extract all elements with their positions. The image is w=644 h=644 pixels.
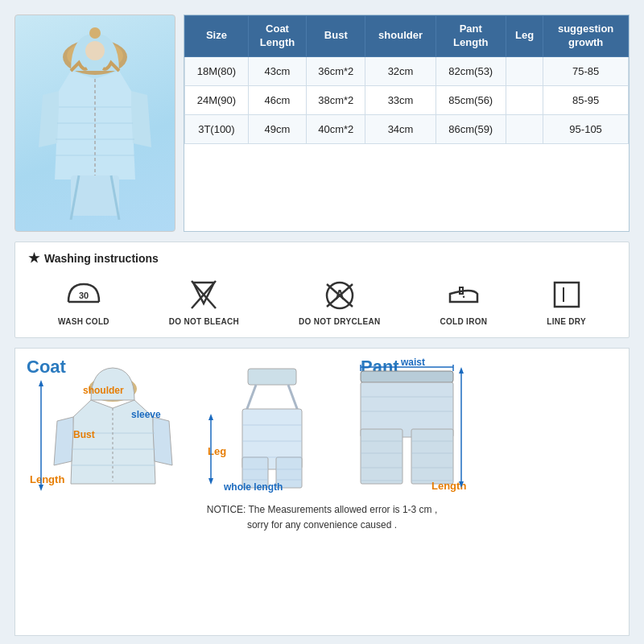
cell-pant-length: 85cm(56) bbox=[436, 85, 506, 114]
cell-growth: 95-105 bbox=[543, 114, 629, 143]
length-arrow-svg bbox=[33, 368, 49, 493]
shoulder-annotation: shoulder bbox=[83, 385, 124, 396]
no-dryclean-item: A DO NOT DRYCLEAN bbox=[299, 277, 380, 326]
whole-length-annotation: whole length bbox=[224, 481, 283, 493]
product-image bbox=[14, 14, 175, 232]
cell-leg bbox=[506, 85, 543, 114]
no-bleach-item: DO NOT BLEACH bbox=[169, 277, 239, 326]
cell-bust: 36cm*2 bbox=[307, 56, 365, 85]
leg-arrow-svg bbox=[205, 413, 217, 485]
cell-pant-length: 86cm(59) bbox=[436, 114, 506, 143]
bust-annotation: Bust bbox=[73, 429, 95, 440]
svg-marker-67 bbox=[459, 481, 464, 488]
svg-marker-31 bbox=[39, 485, 43, 491]
line-dry-item: LINE DRY bbox=[547, 277, 586, 326]
no-bleach-label: DO NOT BLEACH bbox=[169, 317, 239, 326]
cell-leg bbox=[506, 114, 543, 143]
washing-icons-row: 30 WASH COLD DO NOT BLEACH bbox=[28, 277, 616, 326]
svg-rect-50 bbox=[361, 429, 402, 484]
col-pant-length: PantLength bbox=[436, 16, 506, 57]
cell-size: 3T(100) bbox=[185, 114, 249, 143]
cell-bust: 40cm*2 bbox=[307, 114, 365, 143]
cell-shoulder: 33cm bbox=[365, 85, 436, 114]
svg-point-7 bbox=[89, 27, 101, 39]
cell-coat-length: 49cm bbox=[248, 114, 306, 143]
pant-length-arrow-svg bbox=[456, 366, 468, 489]
notice-text: NOTICE: The Measurements allowed error i… bbox=[27, 502, 617, 533]
cell-pant-length: 82cm(53) bbox=[436, 56, 506, 85]
table-row: 24M(90) 46cm 38cm*2 33cm 85cm(56) 85-95 bbox=[185, 85, 629, 114]
washing-section: ★ Washing instructions 30 WASH COLD bbox=[14, 242, 630, 338]
svg-marker-30 bbox=[39, 380, 43, 386]
col-coat-length: CoatLength bbox=[248, 16, 306, 57]
sleeve-annotation: sleeve bbox=[131, 409, 161, 420]
wash-cold-label: WASH COLD bbox=[58, 317, 109, 326]
svg-rect-48 bbox=[361, 371, 453, 382]
svg-text:•: • bbox=[462, 293, 464, 301]
svg-point-6 bbox=[85, 41, 105, 60]
table-row: 3T(100) 49cm 40cm*2 34cm 86cm(59) 95-105 bbox=[185, 114, 629, 143]
top-section: Size CoatLength Bust shoulder PantLength… bbox=[14, 14, 630, 232]
cell-shoulder: 34cm bbox=[365, 114, 436, 143]
no-dryclean-label: DO NOT DRYCLEAN bbox=[299, 317, 380, 326]
line-dry-label: LINE DRY bbox=[547, 317, 586, 326]
size-table-wrapper: Size CoatLength Bust shoulder PantLength… bbox=[184, 14, 630, 232]
main-page: Size CoatLength Bust shoulder PantLength… bbox=[0, 0, 644, 644]
svg-text:30: 30 bbox=[79, 291, 89, 300]
cell-size: 24M(90) bbox=[185, 85, 249, 114]
table-row: 18M(80) 43cm 36cm*2 32cm 82cm(53) 75-85 bbox=[185, 56, 629, 85]
col-size: Size bbox=[185, 16, 249, 57]
cell-coat-length: 43cm bbox=[248, 56, 306, 85]
svg-rect-22 bbox=[555, 283, 579, 307]
svg-marker-47 bbox=[208, 478, 213, 485]
wash-cold-item: 30 WASH COLD bbox=[58, 277, 109, 326]
col-bust: Bust bbox=[307, 16, 365, 57]
pant-center-svg bbox=[220, 365, 324, 489]
cell-coat-length: 46cm bbox=[248, 85, 306, 114]
line-dry-icon bbox=[547, 277, 586, 312]
cold-iron-icon: • bbox=[444, 277, 483, 312]
svg-marker-46 bbox=[208, 414, 213, 420]
cold-iron-item: • COLD IRON bbox=[440, 277, 487, 326]
coat-illustration bbox=[27, 27, 163, 220]
svg-rect-51 bbox=[411, 429, 453, 484]
cold-iron-label: COLD IRON bbox=[440, 317, 487, 326]
washing-title-text: Washing instructions bbox=[44, 252, 159, 265]
wash-cold-icon: 30 bbox=[64, 277, 103, 312]
cell-growth: 75-85 bbox=[543, 56, 629, 85]
col-leg: Leg bbox=[506, 16, 543, 57]
col-shoulder: shoulder bbox=[365, 16, 436, 57]
col-suggestion: suggestiongrowth bbox=[543, 16, 629, 57]
star-icon: ★ bbox=[28, 250, 39, 266]
cell-shoulder: 32cm bbox=[365, 56, 436, 85]
svg-marker-66 bbox=[459, 367, 464, 374]
no-dryclean-icon: A bbox=[320, 277, 359, 312]
cell-bust: 38cm*2 bbox=[307, 85, 365, 114]
svg-rect-32 bbox=[248, 369, 296, 385]
no-bleach-icon bbox=[184, 277, 223, 312]
washing-title: ★ Washing instructions bbox=[28, 250, 616, 266]
measurement-section: Coat bbox=[14, 348, 630, 636]
cell-size: 18M(80) bbox=[185, 56, 249, 85]
size-table: Size CoatLength Bust shoulder PantLength… bbox=[184, 15, 629, 144]
cell-growth: 85-95 bbox=[543, 85, 629, 114]
pant-right-svg bbox=[345, 365, 469, 489]
coat-diagram-svg bbox=[43, 365, 184, 489]
cell-leg bbox=[506, 56, 543, 85]
